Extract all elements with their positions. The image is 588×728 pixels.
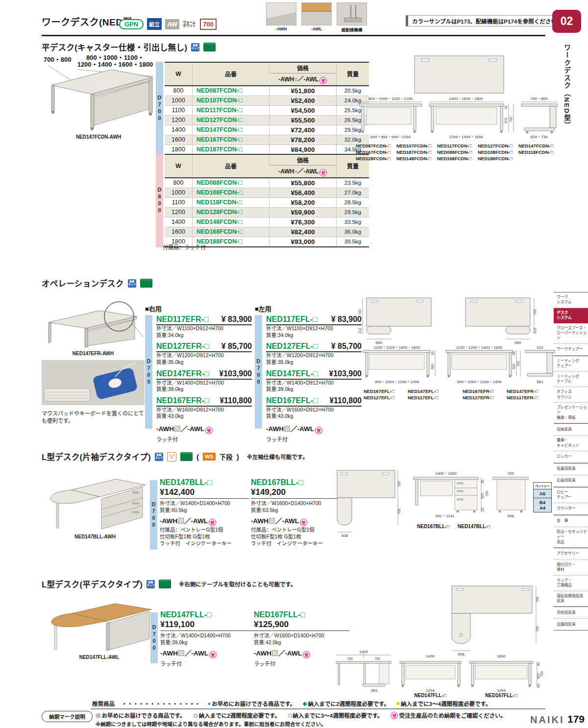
pentray-size-box: ペントレー A5 B4A4 (533, 482, 552, 512)
table-row: 1800 NED187FCDN-□ ¥84,900 34.5kg (165, 145, 369, 155)
pentray-a5: A5 (534, 489, 551, 498)
product-code: NED147FLL-□ (160, 610, 256, 619)
legend-mark: ◎ (96, 712, 100, 719)
side-view: 700 598 (493, 471, 528, 518)
accessory-list: 付属品：ペントレーG型1個仕切板F型1枚 G型1枚ラッチ付 インジケーターキー (160, 526, 249, 547)
sidebar-item: 書庫・ キャビネット (554, 436, 588, 451)
cell-weight: 29.5kg (337, 207, 369, 217)
sample-wiring-label: 縦配線機構 (337, 26, 367, 32)
dim-label: 912 (537, 345, 543, 350)
product: NED167EFR-□¥110,800 外寸法／W1600×D912×H700 … (156, 396, 252, 420)
sample-wiring-image (337, 2, 367, 25)
sidebar-item: ミーティング チェアー (554, 356, 588, 372)
color-chip (178, 518, 184, 524)
product-size: 外寸法／W1100×D912×H700 (266, 325, 362, 332)
legend-text: 受注生産品のため納期をご確認ください。 (399, 711, 506, 719)
cell-price: ¥55,800 (270, 178, 337, 188)
cell-width: 1400 (165, 125, 193, 135)
depth-bar-d700: D700 (255, 315, 262, 429)
legend-text: 納入までに3～4週間程度必要です。 (293, 711, 383, 719)
mousepad-photo (42, 360, 145, 405)
accessory-line: 付属品：ペントレーG型1個 (251, 526, 340, 533)
dim-label: 20 (481, 508, 484, 511)
model-code: NED167FLL-□ (485, 693, 517, 698)
sample-wiring: 縦配線機構 (337, 2, 367, 32)
cell-code: NED168FCDN-□ (193, 227, 270, 237)
cell-price: ¥54,500 (270, 105, 337, 115)
pentray-title: ペントレー (534, 483, 551, 489)
table-row: 1400 NED148FCDN-□ ¥76,300 33.5kg (165, 217, 369, 227)
depth-bar-d700: D700 (150, 612, 158, 663)
legend-mark: ● (207, 700, 211, 707)
cell-code: NED087FCDN-□ (193, 86, 270, 96)
sample-awh: -AWH (266, 2, 296, 32)
brand-logo: NAIKI (530, 714, 564, 726)
product-size: 外寸法／W1200×D912×H700 (156, 352, 252, 359)
sidebar-item: 店舗用家具 (554, 619, 588, 631)
front-view-large (429, 104, 504, 133)
sample-awl-label: -AWL (301, 26, 332, 31)
flat-desk-diagram: 800・1000・1100・1200 1400・1600・1800 700・80… (356, 55, 560, 161)
product-price: ¥149,200 (251, 487, 340, 497)
product: NED147EFR-□¥103,900 外寸法／W1400×D912×H700 … (156, 369, 252, 393)
dim-label: 620 (431, 364, 434, 369)
dim-label: 1400 (426, 654, 435, 658)
product-price: ¥142,400 (160, 487, 249, 497)
desk-mat-icon (140, 279, 152, 288)
model-code: NED087FCDN-□ (356, 143, 395, 148)
model-code: NED088FCDN-□ (437, 149, 477, 155)
cell-price: ¥93,000 (270, 237, 337, 247)
accessory-line: 仕切板F型1枚 G型1枚 (160, 533, 249, 540)
sidebar-item: 間仕切り・ 建材 (554, 560, 588, 576)
section-l-flat-title-row: L型デスク(平デスクタイプ) 配線タップ ※右側にテーブルを取付けることも可能で… (42, 578, 296, 590)
sidebar-item: ワークチェアー (554, 344, 588, 356)
sidebar-item: 応接用家具 (554, 475, 588, 487)
made-to-order-mark: 受 (319, 77, 327, 84)
footer-note: ※納期につきましては時期や地域により異なる場合があります。事前に担当者にお問合せ… (96, 720, 326, 728)
dim-label: 700 (536, 597, 539, 603)
back-panel-view (415, 56, 504, 93)
side-view: 912 (525, 345, 555, 376)
recommend-dots: ・・・・・・・・・・・・・・ (122, 700, 200, 707)
dim-label: 620 (537, 673, 540, 679)
cell-price: ¥56,400 (270, 188, 337, 197)
made-to-order-mark: 受 (300, 519, 307, 526)
sidebar-item: デスク システム (554, 308, 588, 323)
l-flat-photo: NED147FLL-AWL (42, 597, 157, 660)
model-code-list: NED087FCDN-□NED107FCDN-□NED117FCDN-□NED1… (356, 143, 560, 161)
table-row: 1100 NED118FCDN-□ ¥58,200 28.5kg (165, 197, 369, 207)
product-size: 外寸法／W1100×D912×H700 (156, 325, 252, 332)
model-code: NED147EFL-□ (408, 388, 446, 394)
wiring-tap-icon: 配線タップ (155, 453, 163, 461)
dim-label: 30 (431, 351, 434, 355)
col-header-price-sub: -AWH○／-AWL受 (270, 73, 337, 86)
cell-code: NED148FCDN-□ (193, 217, 270, 227)
product-ned147bll: NED147BLL-□ ¥142,400 外寸法／W1400×D1400×H70… (160, 478, 249, 547)
footer-rule (91, 708, 545, 709)
dim-label: 1200・1400・1600・1800 (77, 61, 153, 68)
operation-desk-dimension-drawing: 700 212 560 700 212 560 1100・1200・1400・1… (358, 295, 559, 385)
color-options: -AWH／-AWL受 (251, 515, 340, 526)
product-size: 外寸法／W1400×D912×H700 (156, 380, 252, 387)
header-rule (42, 35, 545, 36)
product-code: NED167EFR-□ (156, 396, 209, 405)
recommend-legend: ●お早めにお届けできる商品です。◆納入までに2週間程度必要です。■納入までに3～… (207, 700, 491, 707)
cell-price: ¥52,400 (270, 96, 337, 105)
made-to-order-mark: 受 (303, 651, 310, 658)
accessory-line: 仕切板F型1枚 G型1枚 (251, 533, 340, 540)
sidebar-item: 役員用家具 (554, 463, 588, 475)
sample-awl: -AWL (301, 2, 332, 32)
section-flat-desk-title-row: 平デスク(キャスター仕様・引出し無し) 配線タップ (42, 41, 216, 53)
product-price: ¥110,800 (329, 396, 362, 405)
color-code-badge: AW (165, 19, 179, 29)
dim-label: 1100・1200・1400・1600 (456, 345, 503, 350)
dim-label: 1400・1600・1800 (449, 97, 483, 101)
l-flat-diagram: 700 700 408 1400 700 700 561 1400 (332, 584, 544, 700)
sidebar-vertical-title: ワークデスク（NED型） (562, 44, 571, 129)
pentray-b4a4: B4A4 (534, 498, 551, 512)
sidebar-item: ワーク システム (554, 292, 588, 308)
section-operation-desk-title-row: オペレーションデスク 配線タップ (42, 277, 152, 289)
sidebar-item: クローズブース・ ローパーティション (554, 323, 588, 344)
legend-item: ◆納入までに2週間程度必要です。 (302, 700, 389, 707)
product-ned147fll: NED147FLL-□ ¥119,100 外寸法／W1400×D1400×H70… (160, 610, 256, 667)
